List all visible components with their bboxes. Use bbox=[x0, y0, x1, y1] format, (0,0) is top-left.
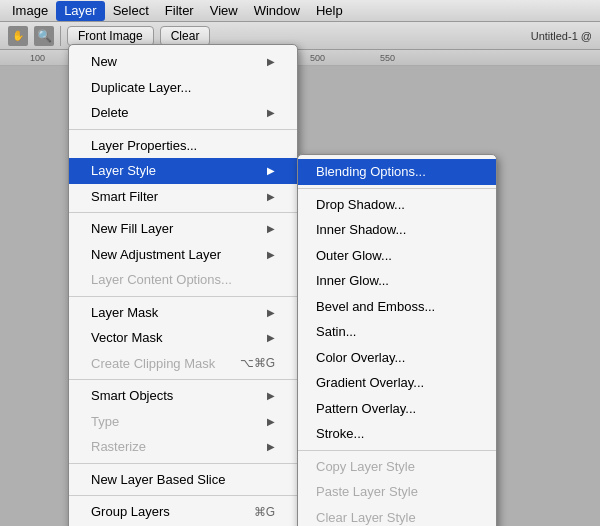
separator-1 bbox=[69, 129, 297, 130]
menu-rasterize[interactable]: Rasterize ▶ bbox=[69, 434, 297, 460]
menubar: Image Layer Select Filter View Window He… bbox=[0, 0, 600, 22]
submenu-pattern-overlay[interactable]: Pattern Overlay... bbox=[298, 396, 496, 422]
menu-new-arrow: ▶ bbox=[267, 54, 275, 69]
menu-delete-arrow: ▶ bbox=[267, 105, 275, 120]
menu-layer-mask-label: Layer Mask bbox=[91, 303, 158, 323]
menu-layer-style[interactable]: Layer Style ▶ Blending Options... Drop S… bbox=[69, 158, 297, 184]
menu-window[interactable]: Window bbox=[246, 1, 308, 21]
menu-new-adjustment-arrow: ▶ bbox=[267, 247, 275, 262]
menu-group-layers-shortcut: ⌘G bbox=[254, 503, 275, 521]
submenu-drop-shadow[interactable]: Drop Shadow... bbox=[298, 192, 496, 218]
menu-create-clipping-mask[interactable]: Create Clipping Mask ⌥⌘G bbox=[69, 351, 297, 377]
menu-delete-label: Delete bbox=[91, 103, 129, 123]
menu-new-fill-label: New Fill Layer bbox=[91, 219, 173, 239]
clear-button[interactable]: Clear bbox=[160, 26, 211, 46]
menu-duplicate-label: Duplicate Layer... bbox=[91, 78, 191, 98]
menu-new-layer-based-slice[interactable]: New Layer Based Slice bbox=[69, 467, 297, 493]
separator bbox=[60, 26, 61, 46]
menu-type-label: Type bbox=[91, 412, 119, 432]
menu-smart-filter-label: Smart Filter bbox=[91, 187, 158, 207]
submenu-inner-glow[interactable]: Inner Glow... bbox=[298, 268, 496, 294]
separator-2 bbox=[69, 212, 297, 213]
title-hint: Untitled-1 @ bbox=[531, 30, 592, 42]
menu-group-layers[interactable]: Group Layers ⌘G bbox=[69, 499, 297, 525]
ruler-label-100: 100 bbox=[30, 53, 45, 63]
menu-type[interactable]: Type ▶ bbox=[69, 409, 297, 435]
menu-rasterize-label: Rasterize bbox=[91, 437, 146, 457]
menu-smart-filter[interactable]: Smart Filter ▶ bbox=[69, 184, 297, 210]
menu-layer-content-label: Layer Content Options... bbox=[91, 270, 232, 290]
menu-smart-filter-arrow: ▶ bbox=[267, 189, 275, 204]
menu-layer-mask[interactable]: Layer Mask ▶ bbox=[69, 300, 297, 326]
menu-new-fill-arrow: ▶ bbox=[267, 221, 275, 236]
menu-type-arrow: ▶ bbox=[267, 414, 275, 429]
menu-create-clipping-shortcut: ⌥⌘G bbox=[240, 354, 275, 372]
submenu-satin[interactable]: Satin... bbox=[298, 319, 496, 345]
menu-layer-style-arrow: ▶ bbox=[267, 163, 275, 178]
submenu-inner-shadow[interactable]: Inner Shadow... bbox=[298, 217, 496, 243]
menu-new-adjustment-label: New Adjustment Layer bbox=[91, 245, 221, 265]
menu-filter[interactable]: Filter bbox=[157, 1, 202, 21]
menu-layer-content-options[interactable]: Layer Content Options... bbox=[69, 267, 297, 293]
menu-smart-objects-label: Smart Objects bbox=[91, 386, 173, 406]
submenu-color-overlay[interactable]: Color Overlay... bbox=[298, 345, 496, 371]
app-area: ✋ 🔍 Front Image Clear Untitled-1 @ 100 2… bbox=[0, 22, 600, 526]
menu-new[interactable]: New ▶ bbox=[69, 49, 297, 75]
menu-layer-style-label: Layer Style bbox=[91, 161, 156, 181]
menu-create-clipping-label: Create Clipping Mask bbox=[91, 354, 215, 374]
ruler-label-550: 550 bbox=[380, 53, 395, 63]
submenu-blending-options[interactable]: Blending Options... bbox=[298, 159, 496, 185]
submenu-clear-layer-style[interactable]: Clear Layer Style bbox=[298, 505, 496, 527]
menu-delete[interactable]: Delete ▶ bbox=[69, 100, 297, 126]
menu-vector-mask[interactable]: Vector Mask ▶ bbox=[69, 325, 297, 351]
menu-vector-mask-label: Vector Mask bbox=[91, 328, 163, 348]
separator-4 bbox=[69, 379, 297, 380]
submenu-bevel-emboss[interactable]: Bevel and Emboss... bbox=[298, 294, 496, 320]
menu-select[interactable]: Select bbox=[105, 1, 157, 21]
submenu-copy-layer-style[interactable]: Copy Layer Style bbox=[298, 454, 496, 480]
menu-layer-properties[interactable]: Layer Properties... bbox=[69, 133, 297, 159]
menu-group-layers-label: Group Layers bbox=[91, 502, 170, 522]
separator-6 bbox=[69, 495, 297, 496]
menu-layer-properties-label: Layer Properties... bbox=[91, 136, 197, 156]
menu-help[interactable]: Help bbox=[308, 1, 351, 21]
submenu-sep-1 bbox=[298, 188, 496, 189]
front-image-button[interactable]: Front Image bbox=[67, 26, 154, 46]
menu-vector-mask-arrow: ▶ bbox=[267, 330, 275, 345]
menu-new-layer-based-slice-label: New Layer Based Slice bbox=[91, 470, 225, 490]
menu-duplicate-layer[interactable]: Duplicate Layer... bbox=[69, 75, 297, 101]
separator-5 bbox=[69, 463, 297, 464]
layer-menu: New ▶ Duplicate Layer... Delete ▶ Layer … bbox=[68, 44, 298, 526]
zoom-tool-icon[interactable]: 🔍 bbox=[34, 26, 54, 46]
menu-layer-mask-arrow: ▶ bbox=[267, 305, 275, 320]
menu-smart-objects[interactable]: Smart Objects ▶ bbox=[69, 383, 297, 409]
menu-smart-objects-arrow: ▶ bbox=[267, 388, 275, 403]
menu-new-fill-layer[interactable]: New Fill Layer ▶ bbox=[69, 216, 297, 242]
menu-view[interactable]: View bbox=[202, 1, 246, 21]
submenu-outer-glow[interactable]: Outer Glow... bbox=[298, 243, 496, 269]
separator-3 bbox=[69, 296, 297, 297]
submenu-sep-2 bbox=[298, 450, 496, 451]
menu-new-adjustment-layer[interactable]: New Adjustment Layer ▶ bbox=[69, 242, 297, 268]
layer-style-submenu: Blending Options... Drop Shadow... Inner… bbox=[297, 154, 497, 526]
menu-layer[interactable]: Layer bbox=[56, 1, 105, 21]
submenu-gradient-overlay[interactable]: Gradient Overlay... bbox=[298, 370, 496, 396]
menu-image[interactable]: Image bbox=[4, 1, 56, 21]
submenu-paste-layer-style[interactable]: Paste Layer Style bbox=[298, 479, 496, 505]
hand-tool-icon[interactable]: ✋ bbox=[8, 26, 28, 46]
submenu-stroke[interactable]: Stroke... bbox=[298, 421, 496, 447]
menu-rasterize-arrow: ▶ bbox=[267, 439, 275, 454]
ruler-label-500: 500 bbox=[310, 53, 325, 63]
menu-new-label: New bbox=[91, 52, 117, 72]
